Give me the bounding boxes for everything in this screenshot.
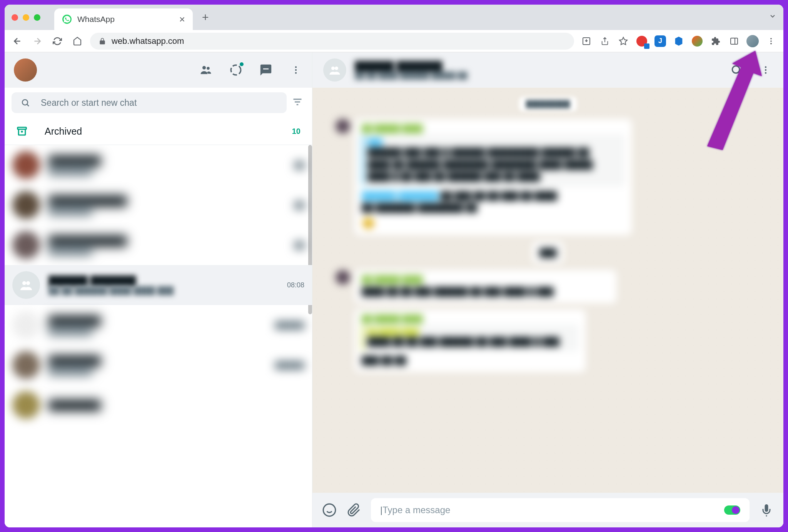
maximize-window-button[interactable] (34, 14, 40, 21)
chat-item[interactable]: ████████████████ ██████ (5, 305, 312, 345)
archived-button[interactable]: Archived 10 (5, 118, 312, 145)
chrome-menu-icon[interactable] (764, 34, 778, 48)
conversation-menu-icon[interactable] (759, 63, 773, 77)
side-panel-icon[interactable] (727, 34, 741, 48)
new-chat-icon[interactable] (259, 63, 273, 77)
svg-point-19 (765, 66, 766, 68)
search-placeholder: Search or start new chat (41, 98, 137, 108)
conversation-panel: ██████ ███████ ██ ██ ████ ██████ █████ █… (312, 52, 783, 527)
message-input-placeholder: Type a message (382, 505, 450, 515)
communities-icon[interactable] (199, 63, 213, 77)
emoji-icon[interactable] (322, 502, 337, 518)
group-avatar-icon (12, 271, 40, 299)
filter-icon[interactable] (292, 97, 305, 109)
reload-button[interactable] (50, 34, 65, 48)
svg-point-7 (207, 67, 210, 70)
attach-icon[interactable] (346, 502, 362, 518)
message-input[interactable]: |Type a message (371, 498, 750, 522)
svg-rect-13 (18, 127, 27, 129)
svg-point-6 (202, 66, 206, 70)
messages-area: █████████ ██ █████ ████ ███ ██████ ███ █… (312, 88, 783, 493)
close-window-button[interactable] (12, 14, 18, 21)
svg-point-10 (295, 69, 297, 71)
conversation-avatar[interactable] (323, 58, 346, 82)
message-bubble[interactable]: ██ █████ ████ ████ ██ ██ ███ ██████ ██ █… (355, 270, 616, 303)
svg-point-15 (26, 281, 30, 285)
svg-point-11 (295, 72, 297, 73)
input-toggle[interactable] (724, 505, 740, 515)
search-input[interactable]: Search or start new chat (12, 92, 287, 113)
message-bubble[interactable]: ███ (533, 241, 563, 264)
conversation-header: ██████ ███████ ██ ██ ████ ██████ █████ █… (312, 52, 783, 88)
install-app-icon[interactable] (579, 34, 593, 48)
whatsapp-favicon-icon (62, 14, 72, 24)
chat-item[interactable]: ████████████████████ ██ (5, 185, 312, 225)
tab-strip: WhatsApp × + (5, 5, 783, 30)
svg-point-20 (765, 69, 766, 71)
chat-item-selected[interactable]: ██████ ███████ ██ ██ ██████ ████ ████ ██… (5, 265, 312, 305)
browser-tab[interactable]: WhatsApp × (54, 8, 193, 30)
svg-point-18 (732, 66, 740, 73)
tab-close-button[interactable]: × (179, 13, 185, 25)
svg-point-9 (295, 66, 297, 68)
chat-item[interactable]: ████████████████████ ██ (5, 225, 312, 265)
minimize-window-button[interactable] (23, 14, 29, 21)
sidebar: Search or start new chat Archived 10 ███… (5, 52, 312, 527)
new-tab-button[interactable]: + (202, 11, 209, 24)
svg-point-5 (770, 43, 772, 44)
extension-1-icon[interactable] (635, 34, 649, 48)
url-text: web.whatsapp.com (112, 36, 184, 46)
bookmark-star-icon[interactable] (616, 34, 630, 48)
chat-item[interactable]: ████████ (5, 385, 312, 425)
browser-toolbar: web.whatsapp.com J (5, 30, 783, 52)
date-chip: █████████ (519, 97, 577, 111)
status-icon[interactable] (229, 63, 243, 77)
svg-point-21 (765, 72, 766, 73)
extension-4-icon[interactable] (690, 34, 704, 48)
search-icon (21, 98, 30, 107)
back-button[interactable] (10, 34, 25, 48)
chat-item[interactable]: ████████████████ ██████ (5, 345, 312, 385)
whatsapp-app: Search or start new chat Archived 10 ███… (5, 52, 783, 527)
svg-point-3 (770, 38, 772, 39)
window-controls (12, 14, 40, 21)
home-button[interactable] (70, 34, 85, 48)
tabs-dropdown-button[interactable] (769, 12, 776, 22)
archived-label: Archived (45, 126, 275, 137)
share-icon[interactable] (598, 34, 612, 48)
address-bar[interactable]: web.whatsapp.com (90, 33, 574, 50)
extension-icons: J (579, 34, 778, 48)
svg-point-14 (22, 281, 26, 285)
menu-icon[interactable] (289, 63, 303, 77)
lock-icon (98, 37, 106, 45)
browser-window: WhatsApp × + web.whatsapp.com (3, 3, 785, 529)
chat-time: 08:08 (287, 281, 304, 289)
conversation-title[interactable]: ██████ ███████ ██ ██ ████ ██████ █████ █… (355, 61, 721, 80)
archived-icon (16, 125, 28, 137)
chat-list: ████████████████ ██ ████████████████████… (5, 145, 312, 527)
conversation-search-icon[interactable] (730, 63, 743, 77)
extension-3-icon[interactable] (672, 34, 686, 48)
message-bubble[interactable]: ██ █████ ████ ███ ██████ ███ ███ █ █████… (355, 119, 632, 235)
svg-point-4 (770, 40, 772, 42)
forward-button[interactable] (30, 34, 45, 48)
mic-icon[interactable] (759, 502, 774, 518)
message-input-bar: |Type a message (312, 493, 783, 527)
svg-point-8 (231, 65, 241, 75)
archived-count: 10 (292, 127, 301, 136)
message-bubble[interactable]: ██ █████ ████ ██ █████ ████ ████ ██ ██ █… (355, 309, 586, 372)
search-row: Search or start new chat (5, 88, 312, 118)
chat-item[interactable]: ████████████████ ██ (5, 145, 312, 185)
sidebar-header (5, 52, 312, 88)
svg-point-12 (22, 100, 28, 105)
extension-2-icon[interactable]: J (653, 34, 667, 48)
svg-point-16 (331, 67, 335, 70)
tab-title: WhatsApp (77, 15, 174, 24)
extensions-menu-icon[interactable] (709, 34, 723, 48)
svg-point-22 (323, 504, 336, 516)
svg-rect-2 (731, 38, 738, 44)
my-profile-avatar[interactable] (14, 58, 37, 82)
svg-point-17 (335, 67, 338, 70)
profile-avatar-icon[interactable] (746, 34, 760, 48)
